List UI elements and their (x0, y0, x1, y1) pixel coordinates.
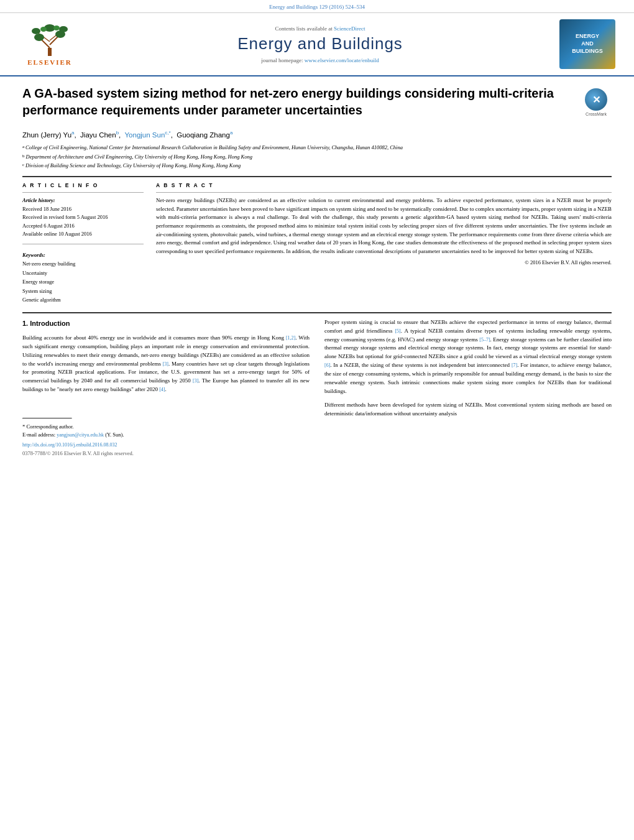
intro-paragraph-1: Building accounts for about 40% energy u… (22, 334, 310, 395)
right-paragraph-1: Proper system sizing is crucial to ensur… (324, 318, 612, 396)
body-divider (22, 312, 612, 313)
doi-line[interactable]: http://dx.doi.org/10.1016/j.enbuild.2016… (22, 441, 310, 449)
author-2: Jiayu Chenb (80, 131, 119, 139)
citation-text: Energy and Buildings 129 (2016) 524–534 (269, 4, 365, 10)
affil-2-text: Department of Architecture and Civil Eng… (26, 153, 252, 161)
affil-3-text: Division of Building Science and Technol… (25, 162, 241, 170)
eb-logo-box: ENERGY AND BUILDINGS (559, 19, 615, 69)
ref-3-link[interactable]: [3] (163, 361, 168, 367)
author-4: Guoqiang Zhanga (177, 131, 232, 139)
info-divider-2 (22, 244, 144, 244)
main-content: A GA-based system sizing method for net-… (0, 76, 634, 467)
affil-2: b Department of Architecture and Civil E… (22, 153, 612, 161)
affil-1-text: College of Civil Engineering, National C… (25, 144, 403, 152)
elsevier-brand-text: ELSEVIER (27, 58, 72, 66)
issn-line: 0378-7788/© 2016 Elsevier B.V. All right… (22, 450, 310, 458)
contents-label: Contents lists available at (275, 25, 334, 32)
crossmark-label: CrossMark (586, 112, 607, 116)
abstract-column: A B S T R A C T Net-zero energy building… (156, 182, 612, 305)
svg-point-5 (34, 34, 44, 41)
svg-point-11 (53, 25, 60, 30)
homepage-label: journal homepage: (261, 57, 304, 63)
svg-point-8 (59, 26, 68, 32)
authors-line: Zhun (Jerry) Yua, Jiayu Chenb, Yongjun S… (22, 130, 612, 139)
sciencedirect-link[interactable]: ScienceDirect (334, 25, 365, 32)
homepage-url[interactable]: www.elsevier.com/locate/enbuild (305, 57, 379, 63)
svg-rect-0 (48, 48, 52, 56)
affiliations-block: a College of Civil Engineering, National… (22, 144, 612, 170)
crossmark-badge[interactable]: ✕ CrossMark (581, 88, 612, 116)
journal-name: Energy and Buildings (93, 34, 547, 53)
keyword-2: Uncertainty (22, 269, 144, 277)
citation-bar: Energy and Buildings 129 (2016) 524–534 (0, 0, 634, 13)
keyword-4: System sizing (22, 287, 144, 295)
main-divider (22, 176, 612, 177)
abstract-text: Net-zero energy buildings (NZEBs) are co… (156, 196, 612, 256)
crossmark-icon: ✕ (592, 94, 600, 106)
footnotes-area: * Corresponding author. E-mail address: … (22, 399, 310, 458)
footnote-divider (22, 418, 72, 419)
contents-line: Contents lists available at ScienceDirec… (93, 25, 547, 32)
author-1: Zhun (Jerry) Yua (22, 131, 75, 139)
journal-title-block: Contents lists available at ScienceDirec… (81, 25, 559, 63)
keywords-block: Keywords: Net-zero energy building Uncer… (22, 251, 144, 305)
abstract-header: A B S T R A C T (156, 182, 612, 188)
ref-6b-link[interactable]: [6] (324, 362, 330, 368)
abstract-divider (156, 192, 612, 193)
affil-3: c Division of Building Science and Techn… (22, 162, 612, 170)
article-info-header: A R T I C L E I N F O (22, 182, 144, 188)
keyword-5: Genetic algorithm (22, 295, 144, 304)
article-info-column: A R T I C L E I N F O Article history: R… (22, 182, 144, 305)
keyword-3: Energy storage (22, 277, 144, 286)
body-section: 1. Introduction Building accounts for ab… (22, 318, 612, 458)
email-link[interactable]: yangjsun@cityu.edu.hk (57, 432, 104, 438)
accepted-date: Accepted 6 August 2016 (22, 222, 144, 231)
ref-1-2-link[interactable]: [1,2] (286, 335, 295, 341)
crossmark-circle: ✕ (585, 88, 607, 111)
info-abstract-section: A R T I C L E I N F O Article history: R… (22, 182, 612, 305)
eb-logo-line1: ENERGY (576, 33, 599, 39)
body-right-column: Proper system sizing is crucial to ensur… (324, 318, 612, 458)
article-title-section: A GA-based system sizing method for net-… (22, 85, 612, 124)
elsevier-logo: ELSEVIER (19, 23, 81, 66)
info-divider-1 (22, 192, 144, 193)
page-wrapper: Energy and Buildings 129 (2016) 524–534 (0, 0, 634, 467)
eb-logo-line2: AND (581, 40, 594, 47)
article-history-block: Article history: Received 18 June 2016 R… (22, 196, 144, 239)
article-title: A GA-based system sizing method for net-… (22, 85, 571, 119)
history-label: Article history: (22, 196, 144, 205)
corresponding-note: * Corresponding author. (22, 423, 310, 431)
keyword-1: Net-zero energy building (22, 259, 144, 268)
svg-point-10 (40, 27, 47, 32)
ref-5-7-link[interactable]: [5–7] (479, 337, 490, 343)
body-left-column: 1. Introduction Building accounts for ab… (22, 318, 310, 458)
revised-date: Received in revised form 5 August 2016 (22, 213, 144, 222)
keywords-label: Keywords: (22, 251, 144, 259)
ref-7-link[interactable]: [7] (512, 362, 517, 368)
ref-5-link[interactable]: [5] (395, 328, 400, 334)
svg-point-7 (32, 28, 40, 34)
author-3: Yongjun Sunc,* (124, 131, 170, 139)
received-date: Received 18 June 2016 (22, 205, 144, 214)
journal-homepage: journal homepage: www.elsevier.com/locat… (93, 57, 547, 63)
ref-4-link[interactable]: [4] (159, 387, 165, 392)
elsevier-tree-icon (28, 23, 71, 57)
online-date: Available online 10 August 2016 (22, 230, 144, 239)
ref-3b-link[interactable]: [3] (193, 378, 198, 384)
eb-logo-line3: BUILDINGS (572, 48, 603, 54)
eb-logo-text: ENERGY AND BUILDINGS (572, 33, 603, 55)
introduction-title: 1. Introduction (22, 318, 310, 329)
affil-1: a College of Civil Engineering, National… (22, 144, 612, 152)
email-line: E-mail address: yangjsun@cityu.edu.hk (Y… (22, 431, 310, 439)
journal-header: ELSEVIER Contents lists available at Sci… (0, 13, 634, 76)
right-paragraph-2: Different methods have been developed fo… (324, 401, 612, 418)
copyright-line: © 2016 Elsevier B.V. All rights reserved… (156, 259, 612, 265)
